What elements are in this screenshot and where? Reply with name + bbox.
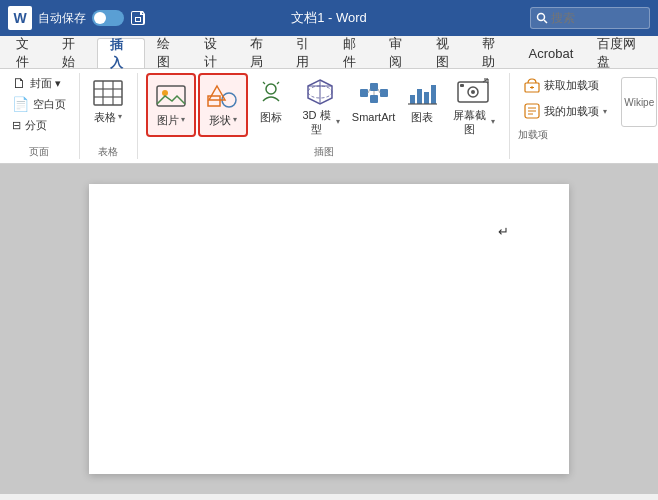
screenshot-arrow: ▾ <box>491 117 495 127</box>
pages-col: 🗋 封面 ▾ 📄 空白页 ⊟ 分页 <box>6 73 72 135</box>
page-break-button[interactable]: ⊟ 分页 <box>6 115 72 135</box>
smartart-button[interactable]: SmartArt <box>348 73 399 131</box>
tab-insert[interactable]: 插入 <box>97 38 145 68</box>
document-area: ↵ <box>0 164 658 494</box>
autosave-label: 自动保存 <box>38 10 86 27</box>
icons-icon <box>255 79 287 107</box>
get-addins-button[interactable]: 获取加载项 <box>518 73 605 97</box>
svg-rect-7 <box>157 86 185 106</box>
tab-mail[interactable]: 邮件 <box>331 38 377 68</box>
page-break-label: 分页 <box>25 118 47 133</box>
table-button[interactable]: 表格 ▾ <box>86 73 130 131</box>
cover-button[interactable]: 🗋 封面 ▾ <box>6 73 72 93</box>
svg-rect-21 <box>380 89 388 97</box>
save-icon[interactable] <box>130 10 146 26</box>
word-logo: W <box>8 6 32 30</box>
myaddin-icon <box>524 103 540 119</box>
tab-layout[interactable]: 布局 <box>238 38 284 68</box>
get-addins-label: 获取加载项 <box>544 78 599 93</box>
store-icon <box>524 77 540 93</box>
page-break-icon: ⊟ <box>12 119 21 132</box>
3d-label: 3D 模型 <box>299 108 334 137</box>
svg-rect-20 <box>370 83 378 91</box>
pages-group-label: 页面 <box>29 141 49 159</box>
blank-page-label: 空白页 <box>33 97 66 112</box>
svg-rect-22 <box>370 95 378 103</box>
svg-point-0 <box>538 14 545 21</box>
cover-icon: 🗋 <box>12 75 26 91</box>
image-button-wrapper: 图片 ▾ <box>146 73 196 137</box>
pages-items: 🗋 封面 ▾ 📄 空白页 ⊟ 分页 <box>6 73 72 141</box>
screenshot-label: 屏幕截图 <box>450 108 489 137</box>
svg-rect-26 <box>410 95 415 104</box>
wikipedia-area: Wikipe <box>621 73 657 127</box>
svg-line-13 <box>263 82 265 84</box>
svg-rect-19 <box>360 89 368 97</box>
wikipedia-button[interactable]: Wikipe <box>621 77 657 127</box>
shape-button-wrapper: 形状 ▾ <box>198 73 248 137</box>
addins-group-label: 加载项 <box>518 124 613 142</box>
chart-label: 图表 <box>411 110 433 124</box>
ribbon-group-addins: 获取加载项 我的加载项 ▾ 加载项 <box>510 73 658 159</box>
addins-col: 获取加载项 我的加载项 ▾ 加载项 <box>518 73 613 142</box>
title-bar-left: W 自动保存 <box>8 6 222 30</box>
shape-arrow: ▾ <box>233 115 237 125</box>
svg-rect-27 <box>417 89 422 104</box>
search-input[interactable] <box>530 7 650 29</box>
ribbon-group-pages: 🗋 封面 ▾ 📄 空白页 ⊟ 分页 页面 <box>0 73 80 159</box>
table-items: 表格 ▾ <box>86 73 130 141</box>
svg-point-12 <box>266 84 276 94</box>
chart-icon <box>406 79 438 107</box>
blank-page-icon: 📄 <box>12 96 29 112</box>
title-bar: W 自动保存 文档1 - Word <box>0 0 658 36</box>
svg-rect-2 <box>94 81 122 105</box>
chart-button[interactable]: 图表 <box>401 73 442 131</box>
tab-file[interactable]: 文件 <box>4 38 50 68</box>
svg-line-1 <box>544 20 547 23</box>
tab-home[interactable]: 开始 <box>50 38 96 68</box>
tab-reference[interactable]: 引用 <box>284 38 330 68</box>
my-addins-label: 我的加载项 <box>544 104 599 119</box>
tab-acrobat[interactable]: Acrobat <box>516 38 585 68</box>
blank-page-button[interactable]: 📄 空白页 <box>6 94 72 114</box>
ribbon-content: 🗋 封面 ▾ 📄 空白页 ⊟ 分页 页面 <box>0 68 658 163</box>
my-addins-arrow: ▾ <box>603 107 607 116</box>
svg-line-14 <box>277 82 279 84</box>
search-icon <box>536 12 548 24</box>
tab-baidu[interactable]: 百度网盘 <box>585 38 654 68</box>
smartart-label: SmartArt <box>352 110 395 124</box>
tab-view[interactable]: 视图 <box>424 38 470 68</box>
title-bar-right <box>436 7 650 29</box>
tab-help[interactable]: 帮助 <box>470 38 516 68</box>
screenshot-button[interactable]: 屏幕截图 ▾ <box>444 73 501 141</box>
document-page[interactable]: ↵ <box>89 184 569 474</box>
my-addins-button[interactable]: 我的加载项 ▾ <box>518 99 613 123</box>
ribbon-group-table: 表格 ▾ 表格 <box>80 73 139 159</box>
autosave-toggle[interactable] <box>92 10 124 26</box>
image-button[interactable]: 图片 ▾ <box>149 76 193 134</box>
table-icon <box>92 79 124 107</box>
illustrations-items: 图片 ▾ 形状 ▾ <box>146 73 501 141</box>
cursor-mark: ↵ <box>498 224 509 239</box>
shape-label: 形状 <box>209 113 231 127</box>
svg-rect-29 <box>431 85 436 104</box>
shapes-icon <box>207 82 239 110</box>
tab-design[interactable]: 设计 <box>192 38 238 68</box>
icons-label: 图标 <box>260 110 282 124</box>
svg-rect-28 <box>424 92 429 104</box>
svg-point-33 <box>471 90 475 94</box>
search-wrapper[interactable] <box>530 7 650 29</box>
ribbon: 文件 开始 插入 绘图 设计 布局 引用 邮件 审阅 视图 帮助 Acrobat… <box>0 36 658 164</box>
tab-draw[interactable]: 绘图 <box>145 38 191 68</box>
3d-model-button[interactable]: 3D 模型 ▾ <box>293 73 346 141</box>
illustrations-group-label: 插图 <box>314 141 334 159</box>
tab-review[interactable]: 审阅 <box>377 38 423 68</box>
table-group-label: 表格 <box>98 141 118 159</box>
screenshot-icon <box>455 77 491 105</box>
addins-items: 获取加载项 我的加载项 ▾ <box>518 73 613 123</box>
ribbon-group-illustrations: 图片 ▾ 形状 ▾ <box>138 73 510 159</box>
image-icon <box>155 82 187 110</box>
smartart-icon <box>358 79 390 107</box>
icons-button[interactable]: 图标 <box>250 73 291 131</box>
shape-button[interactable]: 形状 ▾ <box>201 76 245 134</box>
